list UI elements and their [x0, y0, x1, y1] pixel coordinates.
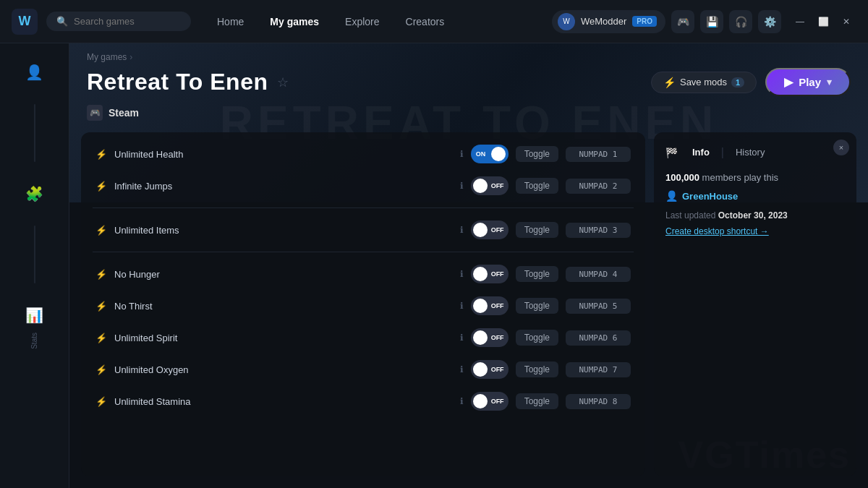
- controller-icon-btn[interactable]: 🎮: [671, 10, 694, 33]
- mod-info-icon[interactable]: ℹ: [460, 269, 464, 279]
- toggle-knob: [473, 223, 488, 237]
- mod-toggle-switch[interactable]: OFF: [471, 328, 509, 347]
- toggle-label: OFF: [491, 366, 504, 373]
- mod-row: ⚡Unlimited StaminaℹOFFToggleNUMPAD 8: [81, 385, 645, 417]
- numpad-shortcut: NUMPAD 2: [566, 179, 631, 194]
- info-tab-info[interactable]: Info: [684, 144, 718, 160]
- nav-my-games[interactable]: My games: [258, 12, 331, 32]
- save-mods-label: Save mods: [680, 77, 727, 87]
- breadcrumb: My games ›: [69, 43, 868, 62]
- close-btn[interactable]: ✕: [836, 12, 856, 32]
- mods-count-badge: 1: [731, 77, 744, 87]
- header-right: W WeModder PRO 🎮 💾 🎧 ⚙️ — ⬜ ✕: [552, 10, 856, 33]
- bolt-icon: ⚡: [95, 181, 107, 192]
- mod-row: ⚡Unlimited OxygenℹOFFToggleNUMPAD 7: [81, 354, 645, 385]
- platform-badge: 🎮 Steam: [69, 102, 868, 124]
- pro-badge: PRO: [632, 16, 657, 27]
- inventory-icon: 🧩: [25, 185, 43, 202]
- mod-toggle-switch[interactable]: OFF: [471, 221, 509, 239]
- nav-explore[interactable]: Explore: [333, 12, 391, 32]
- game-title: Retreat To Enen: [87, 69, 268, 95]
- favorite-star-button[interactable]: ☆: [277, 74, 289, 90]
- info-panel-close-button[interactable]: ×: [833, 140, 849, 155]
- bolt-icon: ⚡: [95, 333, 107, 343]
- maximize-btn[interactable]: ⬜: [813, 12, 833, 32]
- avatar: W: [558, 13, 575, 30]
- toggle-button[interactable]: Toggle: [516, 266, 558, 282]
- mod-toggle-switch[interactable]: OFF: [471, 360, 509, 379]
- save-icon: ⚡: [663, 77, 676, 88]
- minimize-btn[interactable]: —: [790, 12, 810, 32]
- search-box: 🔍: [46, 12, 191, 31]
- sidebar-item-stats[interactable]: 📊 Stats: [9, 301, 60, 355]
- toggle-button[interactable]: Toggle: [516, 222, 558, 238]
- mod-info-icon[interactable]: ℹ: [460, 149, 464, 159]
- play-icon: ▶: [784, 75, 793, 89]
- bolt-icon: ⚡: [95, 149, 107, 160]
- bolt-icon: ⚡: [95, 269, 107, 280]
- mod-group-separator: [93, 207, 634, 208]
- toggle-button[interactable]: Toggle: [516, 393, 558, 409]
- flag-icon: 🏁: [665, 147, 678, 158]
- sidebar-item-user[interactable]: 👤: [9, 58, 60, 87]
- create-shortcut-link[interactable]: Create desktop shortcut →: [665, 226, 845, 236]
- toggle-label: OFF: [491, 302, 504, 309]
- app-logo[interactable]: W: [12, 9, 38, 35]
- mod-row: ⚡Unlimited SpiritℹOFFToggleNUMPAD 6: [81, 322, 645, 354]
- info-creator: 👤 GreenHouse: [665, 190, 845, 202]
- creator-name[interactable]: GreenHouse: [682, 191, 738, 202]
- toggle-label: OFF: [491, 226, 504, 234]
- numpad-shortcut: NUMPAD 3: [566, 223, 631, 238]
- mod-name: Unlimited Spirit: [114, 333, 453, 343]
- info-tabs: 🏁 Info | History: [665, 144, 845, 160]
- mod-info-icon[interactable]: ℹ: [460, 333, 464, 343]
- numpad-shortcut: NUMPAD 4: [566, 267, 631, 282]
- nav-home[interactable]: Home: [205, 12, 255, 32]
- info-tab-history[interactable]: History: [727, 144, 773, 160]
- toggle-button[interactable]: Toggle: [516, 298, 558, 314]
- play-button[interactable]: ▶ Play ▾: [765, 68, 851, 96]
- mod-row: ⚡Infinite JumpsℹOFFToggleNUMPAD 2: [81, 170, 645, 202]
- mod-toggle-switch[interactable]: OFF: [471, 176, 509, 195]
- stats-icon: 📊: [25, 307, 43, 324]
- toggle-knob: [473, 267, 488, 281]
- mod-info-icon[interactable]: ℹ: [460, 181, 464, 191]
- mod-toggle-switch[interactable]: OFF: [471, 392, 509, 411]
- header: W 🔍 Home My games Explore Creators W WeM…: [0, 0, 868, 43]
- breadcrumb-my-games[interactable]: My games: [87, 52, 127, 62]
- search-input[interactable]: [74, 16, 181, 27]
- mods-list: ⚡Unlimited HealthℹONToggleNUMPAD 1⚡Infin…: [81, 132, 645, 476]
- nav-creators[interactable]: Creators: [394, 12, 456, 32]
- mod-toggle-switch[interactable]: ON: [471, 145, 509, 163]
- toggle-button[interactable]: Toggle: [516, 330, 558, 346]
- user-badge[interactable]: W WeModder PRO: [552, 10, 665, 33]
- sidebar-item-inventory[interactable]: 🧩: [9, 179, 60, 208]
- numpad-shortcut: NUMPAD 5: [566, 299, 631, 314]
- toggle-button[interactable]: Toggle: [516, 146, 558, 162]
- mod-name: Infinite Jumps: [114, 181, 453, 192]
- mod-row: ⚡Unlimited ItemsℹOFFToggleNUMPAD 3: [81, 214, 645, 246]
- toggle-button[interactable]: Toggle: [516, 361, 558, 377]
- mod-toggle-switch[interactable]: OFF: [471, 265, 509, 283]
- info-panel: × 🏁 Info | History 100,000 members play …: [654, 132, 856, 476]
- toggle-knob: [473, 179, 488, 193]
- mods-list-inner: ⚡Unlimited HealthℹONToggleNUMPAD 1⚡Infin…: [81, 132, 645, 423]
- settings-icon-btn[interactable]: ⚙️: [758, 10, 781, 33]
- toggle-knob: [473, 330, 488, 345]
- mod-info-icon[interactable]: ℹ: [460, 364, 464, 374]
- save-mods-button[interactable]: ⚡ Save mods 1: [651, 72, 757, 93]
- mod-group-separator: [93, 252, 634, 252]
- toggle-knob: [491, 147, 506, 161]
- toggle-label: OFF: [491, 270, 504, 278]
- mod-info-icon[interactable]: ℹ: [460, 396, 464, 406]
- mod-info-icon[interactable]: ℹ: [460, 225, 464, 235]
- mod-info-icon[interactable]: ℹ: [460, 301, 464, 311]
- bolt-icon: ⚡: [95, 301, 107, 312]
- creator-person-icon: 👤: [665, 190, 678, 202]
- storage-icon-btn[interactable]: 💾: [700, 10, 723, 33]
- discord-icon-btn[interactable]: 🎧: [729, 10, 752, 33]
- toggle-button[interactable]: Toggle: [516, 178, 558, 194]
- sidebar-divider-1: [34, 104, 35, 162]
- mod-toggle-switch[interactable]: OFF: [471, 296, 509, 315]
- mod-row: ⚡No ThirstℹOFFToggleNUMPAD 5: [81, 290, 645, 322]
